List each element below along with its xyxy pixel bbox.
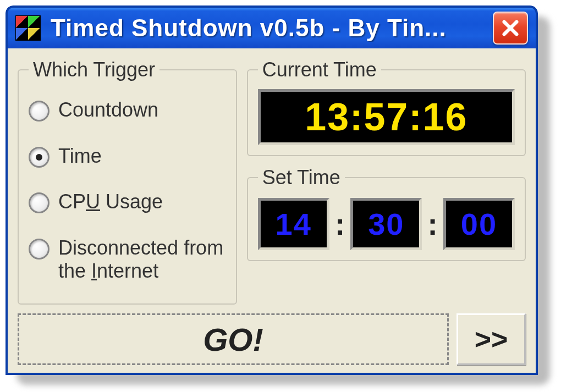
- radio-countdown-label: Countdown: [58, 98, 158, 121]
- app-icon: [15, 15, 41, 41]
- radio-net-label: Disconnected from the Internet: [58, 236, 226, 282]
- radio-disconnected-internet[interactable]: Disconnected from the Internet: [29, 236, 226, 282]
- radio-icon: [29, 147, 50, 168]
- radio-icon: [29, 192, 50, 213]
- trigger-group: Which Trigger Countdown Time CPU Usage D…: [18, 58, 237, 305]
- app-window: Timed Shutdown v0.5b - By Tin... Which T…: [6, 5, 538, 375]
- radio-time-label: Time: [58, 145, 102, 167]
- radio-icon: [29, 101, 50, 122]
- radio-countdown[interactable]: Countdown: [29, 98, 226, 122]
- close-icon: [501, 19, 520, 37]
- set-time-group: Set Time 14 : 30 : 00: [247, 166, 526, 261]
- titlebar[interactable]: Timed Shutdown v0.5b - By Tin...: [6, 5, 538, 48]
- radio-time[interactable]: Time: [29, 145, 226, 168]
- time-separator: :: [335, 206, 345, 242]
- radio-cpu-usage[interactable]: CPU Usage: [29, 190, 226, 213]
- radio-cpu-label: CPU Usage: [58, 190, 163, 213]
- client-area: Which Trigger Countdown Time CPU Usage D…: [6, 48, 538, 375]
- window-title: Timed Shutdown v0.5b - By Tin...: [51, 14, 493, 42]
- go-button[interactable]: GO!: [18, 313, 449, 365]
- trigger-legend: Which Trigger: [29, 58, 160, 81]
- set-time-seconds[interactable]: 00: [443, 198, 515, 250]
- current-time-display: 13:57:16: [258, 89, 515, 145]
- set-time-legend: Set Time: [258, 166, 345, 189]
- time-separator: :: [427, 206, 438, 242]
- close-button[interactable]: [493, 12, 528, 45]
- radio-icon: [29, 239, 50, 260]
- set-time-hours[interactable]: 14: [258, 198, 329, 250]
- set-time-minutes[interactable]: 30: [350, 198, 422, 250]
- expand-button[interactable]: >>: [457, 313, 526, 365]
- current-time-group: Current Time 13:57:16: [247, 58, 526, 156]
- current-time-legend: Current Time: [258, 58, 381, 81]
